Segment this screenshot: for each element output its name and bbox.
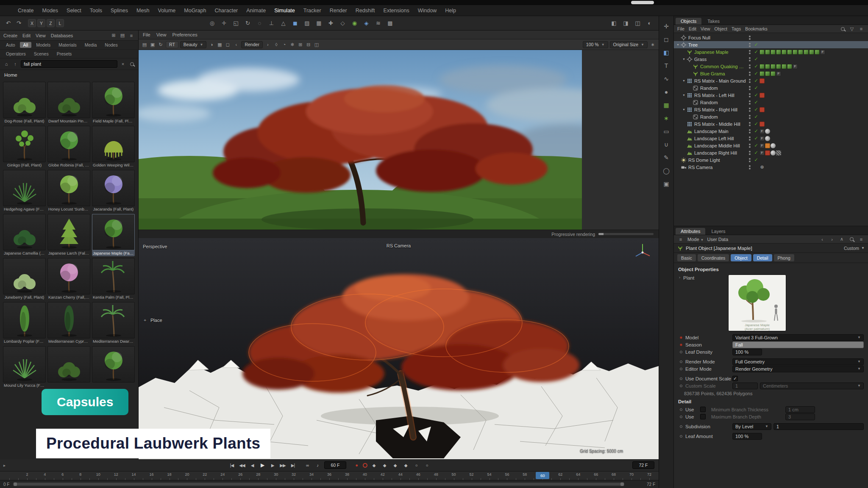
enabled-check[interactable]: ✓ bbox=[753, 136, 760, 141]
visibility-dots[interactable] bbox=[747, 136, 753, 141]
asset-golden-weeping-willo[interactable]: Golden Weeping Willo... bbox=[92, 126, 135, 168]
obj-menu-edit[interactable]: Edit bbox=[689, 26, 696, 31]
loop-button[interactable]: ∞ bbox=[303, 461, 312, 469]
expander-icon[interactable]: ▾ bbox=[682, 108, 686, 111]
enabled-check[interactable]: ✓ bbox=[753, 121, 760, 127]
enabled-check[interactable]: ✓ bbox=[753, 150, 760, 155]
redshift-tag[interactable] bbox=[760, 93, 765, 98]
visibility-dots[interactable] bbox=[747, 93, 753, 97]
param-marker[interactable] bbox=[679, 368, 683, 370]
obj-menu-object[interactable]: Object bbox=[715, 26, 727, 31]
menu-render[interactable]: Render bbox=[330, 8, 347, 14]
cloth-tool-icon[interactable]: ▦ bbox=[661, 100, 671, 110]
attr-tab-phong[interactable]: Phong bbox=[774, 254, 794, 261]
phong-tag[interactable] bbox=[771, 143, 776, 148]
flag-tag[interactable]: F bbox=[760, 143, 765, 148]
ab-menu-edit[interactable]: Edit bbox=[22, 33, 31, 38]
aov-icon[interactable]: ⊟ bbox=[305, 41, 312, 48]
asset-japanese-maple-fall[interactable]: Japanese Maple (Fall, ... bbox=[92, 214, 135, 256]
model-mode-icon[interactable]: ◼ bbox=[290, 18, 300, 28]
enabled-check[interactable]: ✓ bbox=[753, 92, 760, 98]
target-tag[interactable]: ⊕ bbox=[760, 165, 765, 170]
grid-view-icon[interactable]: ⊞ bbox=[110, 32, 117, 39]
tree-row-common-quaking-grass[interactable]: Common Quaking Grass✓F bbox=[674, 63, 868, 70]
enabled-check[interactable]: ✓ bbox=[753, 100, 760, 105]
menu-volume[interactable]: Volume bbox=[158, 8, 176, 14]
asset-ginkgo-fall-plant[interactable]: Ginkgo (Fall, Plant) bbox=[3, 126, 46, 168]
forward-icon[interactable]: › bbox=[829, 236, 835, 243]
record-button[interactable]: ● bbox=[352, 461, 361, 469]
autokey-button[interactable] bbox=[363, 463, 367, 468]
render-nav-dropdown[interactable]: Render bbox=[241, 41, 262, 48]
enabled-check[interactable]: ✓ bbox=[753, 107, 760, 112]
tab-objects[interactable]: Objects bbox=[676, 18, 701, 25]
asset-juneberry-fall-plant[interactable]: Juneberry (Fall, Plant) bbox=[3, 258, 46, 300]
render-view-canvas[interactable] bbox=[139, 50, 659, 230]
flag-tag[interactable]: F bbox=[793, 64, 798, 69]
layout-3-icon[interactable]: ◫ bbox=[633, 18, 643, 28]
attr-tab-basic[interactable]: Basic bbox=[677, 254, 696, 261]
param-marker[interactable] bbox=[679, 435, 683, 438]
layout-1-icon[interactable]: ◧ bbox=[609, 18, 619, 28]
asset-unnamed[interactable] bbox=[47, 346, 90, 388]
go-to-end-button[interactable]: ▶| bbox=[289, 461, 297, 469]
material-chip[interactable] bbox=[787, 50, 792, 55]
next-frame-button[interactable]: ▶ bbox=[268, 461, 277, 469]
sound-button[interactable]: ♪ bbox=[313, 461, 322, 469]
asset-dog-rose-fall-plant[interactable]: Dog-Rose (Fall, Plant) bbox=[3, 82, 46, 124]
phong-tag[interactable] bbox=[765, 129, 770, 134]
menu-icon[interactable]: ≡ bbox=[677, 236, 684, 243]
ab-menu-create[interactable]: Create bbox=[3, 33, 17, 38]
search-input[interactable] bbox=[21, 60, 117, 68]
tree-row-rs-dome-light[interactable]: RS Dome Light✓ bbox=[674, 156, 868, 164]
axis-lock-y[interactable]: Y bbox=[37, 19, 45, 27]
visibility-dots[interactable] bbox=[747, 50, 753, 54]
key-position-button[interactable]: ◆ bbox=[380, 461, 389, 469]
menu-modes[interactable]: Modes bbox=[42, 8, 58, 14]
snap-icon[interactable]: ◇ bbox=[338, 18, 348, 28]
material-chip[interactable] bbox=[776, 50, 781, 55]
menu-splines[interactable]: Splines bbox=[111, 8, 128, 14]
visibility-dots[interactable] bbox=[747, 165, 753, 169]
tab-takes[interactable]: Takes bbox=[702, 18, 725, 25]
asset-mediterranean-cypres[interactable]: Mediterranean Cypres... bbox=[47, 302, 90, 344]
menu-create[interactable]: Create bbox=[18, 8, 34, 14]
cube-tool-icon[interactable]: ◧ bbox=[661, 47, 671, 58]
tree-row-tree[interactable]: ▾Tree✓ bbox=[674, 41, 868, 48]
filter-tab-media[interactable]: Media bbox=[81, 42, 100, 48]
material-chip[interactable] bbox=[760, 64, 765, 69]
dropdown-centimeters[interactable]: Centimeters▼ bbox=[760, 383, 864, 389]
material-chip[interactable] bbox=[798, 50, 803, 55]
mograph-icon[interactable]: ◈ bbox=[362, 18, 371, 28]
enabled-check[interactable]: ✓ bbox=[753, 71, 760, 76]
enabled-check[interactable]: ✓ bbox=[753, 85, 760, 91]
filter-tab-materials[interactable]: Materials bbox=[55, 42, 80, 48]
camera-label[interactable]: RS Camera bbox=[139, 243, 659, 248]
dynamics-icon[interactable]: ◉ bbox=[350, 18, 359, 28]
ipr-icon[interactable]: ◫ bbox=[313, 41, 320, 48]
keyed-marker[interactable] bbox=[679, 336, 683, 339]
rotate-icon[interactable]: ↻ bbox=[243, 18, 253, 28]
visibility-dots[interactable] bbox=[747, 57, 753, 61]
phong-tag[interactable] bbox=[765, 136, 770, 141]
tree-row-rs-matrix-right-hill[interactable]: ▾RS Matrix - Right Hill✓ bbox=[674, 106, 868, 113]
asset-unnamed[interactable] bbox=[92, 346, 135, 388]
visibility-dots[interactable] bbox=[747, 115, 753, 119]
user-data-button[interactable]: User Data bbox=[707, 237, 729, 242]
menu-help[interactable]: Help bbox=[445, 8, 456, 14]
material-chip[interactable] bbox=[804, 50, 809, 55]
redshift-tag[interactable] bbox=[760, 78, 765, 83]
menu-redshift[interactable]: Redshift bbox=[356, 8, 375, 14]
render-sphere-icon[interactable]: ◐ bbox=[645, 18, 654, 28]
end-frame-field[interactable]: 72 F bbox=[632, 461, 654, 469]
redo-icon[interactable]: ↷ bbox=[14, 18, 24, 28]
fields-icon[interactable]: ≋ bbox=[373, 18, 383, 28]
material-chip[interactable] bbox=[760, 50, 765, 55]
redshift-tag[interactable] bbox=[760, 107, 765, 112]
axis-lock-l[interactable]: L bbox=[56, 19, 64, 27]
filter-tab-all[interactable]: All bbox=[20, 42, 32, 48]
value-field[interactable]: 1 cm bbox=[785, 406, 815, 413]
checkbox[interactable]: ✓ bbox=[732, 376, 738, 381]
menu-icon[interactable]: ≡ bbox=[858, 236, 865, 243]
attr-tab-object[interactable]: Object bbox=[731, 254, 751, 261]
